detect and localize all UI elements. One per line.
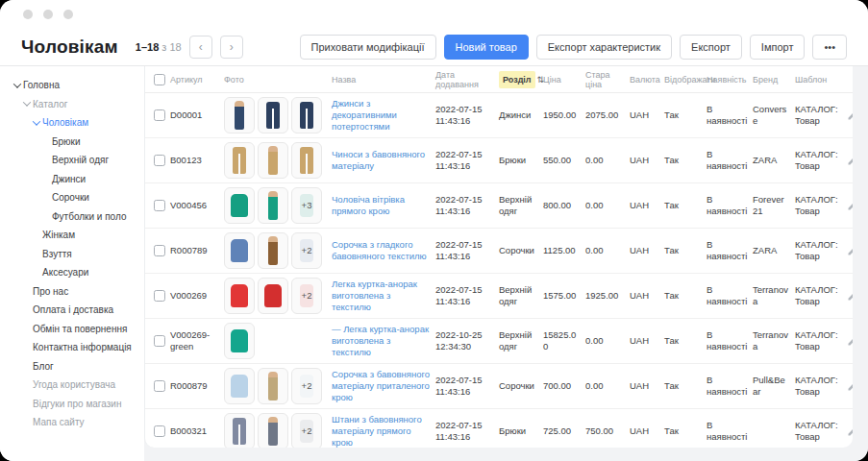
cell-display: Так: [664, 109, 707, 121]
sidebar-item[interactable]: Жінкам: [0, 226, 144, 245]
window-dot-icon[interactable]: [43, 10, 53, 19]
product-photo[interactable]: [224, 232, 255, 269]
product-photo[interactable]: [258, 232, 288, 269]
row-checkbox[interactable]: [154, 109, 165, 121]
more-photos-badge[interactable]: +2: [291, 232, 322, 269]
export-button[interactable]: Експорт: [680, 35, 742, 60]
column-header-name[interactable]: Назва: [332, 75, 435, 85]
product-photo[interactable]: [291, 97, 322, 133]
product-name-link[interactable]: Сорочка з гладкого бавовняного текстилю: [332, 239, 427, 261]
date-value: 2022-07-15: [435, 239, 494, 251]
edit-icon[interactable]: [847, 245, 853, 256]
product-photo[interactable]: [224, 323, 255, 359]
product-name-link[interactable]: Штани з бавовняного матеріалу прямого кр…: [332, 414, 422, 448]
column-header-old-price[interactable]: Стара ціна: [585, 70, 630, 89]
column-header-price[interactable]: Ціна: [543, 75, 585, 85]
edit-icon[interactable]: [847, 380, 853, 392]
hide-modifications-button[interactable]: Приховати модифікації: [300, 35, 436, 60]
product-photo[interactable]: [224, 368, 255, 404]
product-name-link[interactable]: Чоловіча вітрівка прямого крою: [332, 194, 405, 216]
row-checkbox[interactable]: [154, 290, 165, 302]
cell-article: R000879: [170, 380, 224, 392]
row-checkbox[interactable]: [154, 380, 165, 392]
sidebar-item[interactable]: Сорочки: [0, 188, 144, 207]
product-name-link[interactable]: — Легка куртка-анорак виготовлена з текс…: [332, 324, 429, 357]
sidebar-item[interactable]: Чоловікам: [0, 113, 144, 133]
edit-icon[interactable]: [847, 425, 853, 437]
sidebar-item[interactable]: Мапа сайту: [0, 413, 144, 432]
window-dot-icon[interactable]: [23, 10, 33, 19]
sidebar-item[interactable]: Взуття: [0, 245, 144, 264]
product-photo[interactable]: [224, 142, 255, 179]
row-checkbox[interactable]: [154, 335, 165, 347]
export-characteristics-button[interactable]: Експорт характеристик: [536, 35, 672, 60]
sidebar-item[interactable]: Каталог: [0, 95, 144, 114]
cell-availability: В наявності: [707, 194, 753, 217]
product-photo[interactable]: [258, 278, 288, 314]
sidebar-item[interactable]: Головна: [0, 76, 144, 95]
sidebar-item[interactable]: Блог: [0, 357, 144, 376]
sidebar-item[interactable]: Верхній одяг: [0, 151, 144, 170]
sidebar-item[interactable]: Футболки и поло: [0, 207, 144, 227]
product-photo[interactable]: [224, 97, 255, 133]
new-product-button[interactable]: Новий товар: [444, 35, 529, 60]
sidebar-item[interactable]: Джинси: [0, 170, 144, 189]
product-photo[interactable]: [258, 413, 288, 448]
column-header-template[interactable]: Шаблон: [795, 75, 847, 85]
product-photo[interactable]: [224, 278, 255, 314]
column-header-section[interactable]: Розділ⇅: [499, 75, 543, 85]
pagination-prev-button[interactable]: ‹: [189, 36, 212, 59]
product-photo[interactable]: [258, 368, 288, 404]
column-header-article[interactable]: Артикул: [170, 75, 224, 85]
sidebar-item[interactable]: Угода користувача: [0, 376, 144, 395]
edit-icon[interactable]: [847, 155, 853, 166]
more-photos-badge[interactable]: +2: [291, 413, 322, 448]
sidebar-item[interactable]: Про нас: [0, 282, 144, 302]
row-checkbox[interactable]: [154, 245, 165, 256]
product-photo[interactable]: [224, 413, 255, 448]
cell-section: Брюки: [499, 425, 543, 437]
import-button[interactable]: Імпорт: [750, 35, 806, 60]
sidebar-item[interactable]: Обмін та повернення: [0, 320, 144, 339]
product-photo[interactable]: [258, 97, 288, 133]
column-header-availability[interactable]: Наявність: [707, 75, 753, 85]
column-header-brand[interactable]: Бренд: [753, 75, 795, 85]
sidebar-item[interactable]: Відгуки про магазин: [0, 395, 144, 414]
more-photos-badge[interactable]: +2: [291, 278, 322, 314]
more-photos-badge[interactable]: +2: [291, 368, 322, 404]
sidebar-item-label: Обмін та повернення: [33, 324, 127, 334]
product-name-link[interactable]: Легка куртка-анорак виготовлена з тексти…: [332, 279, 417, 312]
sidebar-item-label: Чоловікам: [42, 117, 88, 128]
edit-icon[interactable]: [847, 109, 853, 121]
product-photo[interactable]: [291, 142, 322, 179]
pagination-next-button[interactable]: ›: [220, 36, 243, 59]
sidebar-item[interactable]: Брюки: [0, 133, 144, 152]
product-name-link[interactable]: Джинси з декоративними потертостями: [332, 98, 397, 132]
cell-currency: UAH: [630, 200, 664, 211]
cell-date: 2022-07-1511:43:16: [435, 194, 499, 217]
row-checkbox[interactable]: [154, 155, 165, 166]
product-name-link[interactable]: Сорочка з бавовняного матеріалу притален…: [332, 369, 430, 402]
edit-icon[interactable]: [847, 200, 853, 211]
sidebar-item[interactable]: Аксесуари: [0, 263, 144, 282]
column-header-date[interactable]: Дата додавання: [435, 70, 499, 89]
sidebar-item[interactable]: Контактна інформація: [0, 338, 144, 357]
product-name-link[interactable]: Чиноси з бавовняного матеріалу: [332, 149, 425, 171]
product-photo[interactable]: [258, 187, 288, 224]
row-checkbox[interactable]: [154, 425, 165, 437]
more-photos-badge[interactable]: +3: [291, 187, 322, 224]
edit-icon[interactable]: [847, 290, 853, 302]
edit-icon[interactable]: [847, 335, 853, 347]
product-photo[interactable]: [258, 142, 288, 179]
select-all-checkbox[interactable]: [154, 74, 165, 85]
window-dot-icon[interactable]: [63, 10, 73, 19]
column-header-display[interactable]: Відображати: [664, 75, 707, 85]
pagination-range-bold: 1–18: [136, 41, 159, 53]
row-checkbox[interactable]: [154, 200, 165, 211]
sorted-column-label[interactable]: Розділ: [499, 71, 535, 88]
sidebar-item[interactable]: Оплата і доставка: [0, 301, 144, 320]
product-photo[interactable]: [224, 187, 255, 224]
column-header-photo[interactable]: Фото: [224, 75, 332, 85]
column-header-currency[interactable]: Валюта: [630, 75, 664, 85]
more-actions-button[interactable]: •••: [812, 35, 847, 60]
